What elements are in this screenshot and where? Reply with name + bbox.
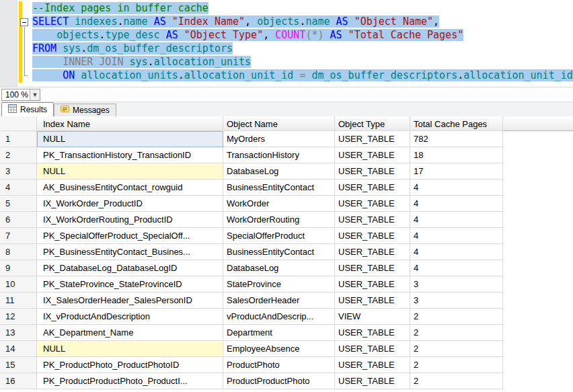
row-header[interactable]: 7	[0, 228, 37, 244]
cell-total-cache-pages[interactable]: 782	[410, 131, 503, 147]
cell-object-name[interactable]: SalesOrderHeader	[223, 292, 335, 309]
row-filler	[503, 163, 573, 180]
zoom-select[interactable]: 100 % ▼	[1, 89, 40, 101]
sql-token: "Index Name"	[172, 15, 245, 28]
tab-results[interactable]: Results	[1, 102, 54, 116]
cell-object-name[interactable]: ProductPhoto	[223, 357, 335, 373]
cell-index-name[interactable]: IX_WorkOrderRouting_ProductID	[37, 212, 223, 228]
row-header[interactable]: 2	[0, 147, 37, 163]
sql-token: ,	[263, 29, 275, 41]
cell-index-name[interactable]: AK_BusinessEntityContact_rowguid	[37, 180, 223, 196]
column-header-total-cache-pages[interactable]: Total Cache Pages	[410, 116, 503, 131]
cell-object-name[interactable]: DatabaseLog	[223, 260, 335, 276]
cell-object-name[interactable]: TransactionHistory	[223, 147, 335, 163]
cell-object-type[interactable]: USER_TABLE	[335, 180, 410, 196]
cell-object-type[interactable]: USER_TABLE	[335, 325, 410, 341]
row-header[interactable]: 9	[0, 260, 37, 276]
cell-total-cache-pages[interactable]: 2	[410, 373, 503, 389]
cell-object-type[interactable]: USER_TABLE	[335, 131, 410, 147]
cell-total-cache-pages[interactable]: 4	[410, 180, 503, 196]
cell-object-type[interactable]: USER_TABLE	[335, 196, 410, 212]
sql-token: name	[305, 15, 330, 28]
cell-index-name[interactable]: PK_TransactionHistory_TransactionID	[37, 147, 223, 163]
row-header[interactable]: 4	[0, 180, 37, 196]
cell-object-name[interactable]: SpecialOfferProduct	[223, 228, 335, 244]
row-header[interactable]: 10	[0, 276, 37, 292]
cell-total-cache-pages[interactable]: 2	[410, 309, 503, 325]
cell-object-type[interactable]: USER_TABLE	[335, 292, 410, 309]
cell-object-name[interactable]: EmployeeAbsence	[223, 341, 335, 357]
collapse-toggle-icon[interactable]	[20, 18, 28, 26]
cell-total-cache-pages[interactable]: 17	[410, 163, 503, 180]
row-header[interactable]: 3	[0, 163, 37, 180]
cell-object-type[interactable]: USER_TABLE	[335, 373, 410, 389]
row-header[interactable]: 8	[0, 244, 37, 260]
cell-object-type[interactable]: USER_TABLE	[335, 260, 410, 276]
column-header-index-name[interactable]: Index Name	[37, 116, 223, 131]
cell-object-name[interactable]: MyOrders	[223, 131, 335, 147]
sql-token	[330, 15, 336, 28]
cell-index-name[interactable]: IX_vProductAndDescription	[37, 309, 223, 325]
cell-object-type[interactable]: USER_TABLE	[335, 341, 410, 357]
cell-object-name[interactable]: BusinessEntityContact	[223, 180, 335, 196]
cell-index-name[interactable]: IX_SalesOrderHeader_SalesPersonID	[37, 292, 223, 309]
row-header[interactable]: 13	[0, 325, 37, 341]
cell-index-name[interactable]: PK_StateProvince_StateProvinceID	[37, 276, 223, 292]
cell-object-name[interactable]: ProductProductPhoto	[223, 373, 335, 389]
results-grid-icon	[8, 104, 17, 115]
cell-total-cache-pages[interactable]: 4	[410, 228, 503, 244]
cell-object-type[interactable]: VIEW	[335, 309, 410, 325]
cell-index-name[interactable]: NULL	[37, 341, 223, 357]
row-header[interactable]: 12	[0, 309, 37, 325]
cell-object-type[interactable]: USER_TABLE	[335, 212, 410, 228]
cell-total-cache-pages[interactable]: 3	[410, 276, 503, 292]
cell-index-name[interactable]: IX_WorkOrder_ProductID	[37, 196, 223, 212]
cell-index-name[interactable]: PK_SpecialOfferProduct_SpecialOff...	[37, 228, 223, 244]
cell-index-name[interactable]: AK_Department_Name	[37, 325, 223, 341]
cell-object-type[interactable]: USER_TABLE	[335, 244, 410, 260]
cell-object-name[interactable]: DatabaseLog	[223, 163, 335, 180]
row-header[interactable]: 1	[0, 131, 37, 147]
row-header[interactable]: 14	[0, 341, 37, 357]
sql-token: INNER JOIN	[63, 56, 123, 68]
code-text[interactable]: --Index pages in buffer cacheSELECT inde…	[32, 1, 573, 82]
cell-object-name[interactable]: StateProvince	[223, 276, 335, 292]
cell-total-cache-pages[interactable]: 4	[410, 196, 503, 212]
cell-object-name[interactable]: BusinessEntityContact	[223, 244, 335, 260]
row-header[interactable]: 6	[0, 212, 37, 228]
cell-object-type[interactable]: USER_TABLE	[335, 147, 410, 163]
cell-object-name[interactable]: WorkOrder	[223, 196, 335, 212]
cell-object-name[interactable]: Department	[223, 325, 335, 341]
cell-total-cache-pages[interactable]: 4	[410, 212, 503, 228]
cell-index-name[interactable]: PK_BusinessEntityContact_Busines...	[37, 244, 223, 260]
cell-object-type[interactable]: USER_TABLE	[335, 163, 410, 180]
cell-index-name[interactable]: PK_ProductProductPhoto_ProductI...	[37, 373, 223, 389]
cell-object-type[interactable]: USER_TABLE	[335, 357, 410, 373]
tab-messages[interactable]: Messages	[54, 104, 116, 116]
cell-total-cache-pages[interactable]: 3	[410, 292, 503, 309]
cell-object-type[interactable]: USER_TABLE	[335, 228, 410, 244]
row-header[interactable]: 15	[0, 357, 37, 373]
cell-total-cache-pages[interactable]: 2	[410, 341, 503, 357]
cell-object-name[interactable]: WorkOrderRouting	[223, 212, 335, 228]
cell-total-cache-pages[interactable]: 4	[410, 244, 503, 260]
column-header-object-name[interactable]: Object Name	[223, 116, 335, 131]
cell-index-name[interactable]: NULL	[37, 131, 223, 147]
cell-total-cache-pages[interactable]: 2	[410, 325, 503, 341]
cell-object-name[interactable]: vProductAndDescrip...	[223, 309, 335, 325]
chevron-down-icon[interactable]: ▼	[30, 89, 40, 100]
cell-object-type[interactable]: USER_TABLE	[335, 276, 410, 292]
row-header[interactable]: 16	[0, 373, 37, 389]
sql-token: sys	[130, 56, 148, 68]
sql-editor[interactable]: --Index pages in buffer cacheSELECT inde…	[0, 0, 573, 87]
row-header[interactable]: 5	[0, 196, 37, 212]
column-header-object-type[interactable]: Object Type	[335, 116, 410, 131]
cell-total-cache-pages[interactable]: 4	[410, 260, 503, 276]
corner-header-cell[interactable]	[0, 116, 37, 131]
cell-index-name[interactable]: PK_ProductPhoto_ProductPhotoID	[37, 357, 223, 373]
cell-index-name[interactable]: NULL	[37, 163, 223, 180]
cell-total-cache-pages[interactable]: 2	[410, 357, 503, 373]
cell-total-cache-pages[interactable]: 18	[410, 147, 503, 163]
row-header[interactable]: 11	[0, 292, 37, 309]
cell-index-name[interactable]: PK_DatabaseLog_DatabaseLogID	[37, 260, 223, 276]
